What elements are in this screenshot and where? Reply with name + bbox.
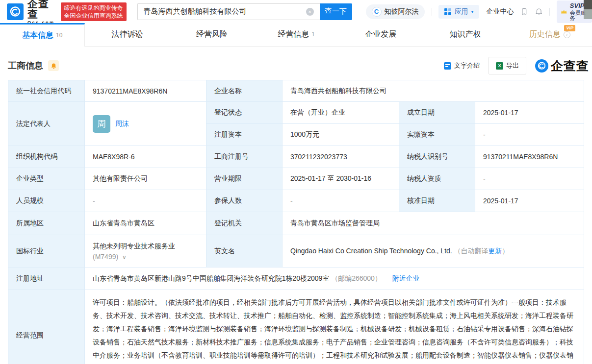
field-value: 在营（开业）企业 bbox=[283, 102, 399, 124]
crown-icon bbox=[561, 8, 567, 15]
field-label: 法定代表人 bbox=[8, 102, 85, 146]
top-right-nav: C 知彼阿尔法 应用 ▾ 企业中心 bbox=[366, 0, 592, 23]
field-label: 登记机关 bbox=[206, 212, 283, 235]
tab-company-development[interactable]: 企业发展 bbox=[338, 23, 423, 46]
avatar[interactable]: 周 bbox=[93, 115, 110, 133]
enterprise-center-link[interactable]: 企业中心 bbox=[486, 7, 514, 16]
field-value: - bbox=[85, 190, 206, 212]
excel-icon: X bbox=[496, 62, 503, 70]
apps-menu[interactable]: 应用 ▾ bbox=[438, 5, 479, 19]
industry-code: (M7499) bbox=[93, 253, 118, 261]
field-value: 2025-01-17 至 2030-01-16 bbox=[283, 168, 399, 190]
field-label: 人员规模 bbox=[8, 190, 85, 212]
info-icon[interactable]: i bbox=[564, 31, 570, 38]
field-label: 所属地区 bbox=[8, 212, 85, 235]
text-intro-button[interactable]: 文字介绍 bbox=[444, 61, 480, 70]
field-value: - bbox=[283, 190, 399, 212]
export-button[interactable]: X 导出 bbox=[489, 57, 526, 74]
search-input[interactable] bbox=[137, 3, 320, 20]
field-label: 纳税人资质 bbox=[399, 168, 475, 190]
legal-rep-cell: 周 周沫 bbox=[85, 102, 206, 146]
divider bbox=[549, 8, 550, 16]
field-label: 参保人数 bbox=[206, 190, 283, 212]
field-value: MAE8X98R-6 bbox=[85, 146, 206, 168]
mobile-app-icon[interactable] bbox=[520, 7, 528, 16]
document-icon bbox=[444, 62, 451, 70]
field-label: 成立日期 bbox=[399, 102, 475, 124]
business-info-table: 统一社会信用代码 91370211MAE8X98R6N 企业名称 青岛海西共创船… bbox=[8, 80, 584, 364]
address-value: 山东省青岛市黄岛区新港山路9号中国船舶集团海洋装备研究院1栋20楼2009室 bbox=[93, 274, 329, 282]
bell-icon bbox=[51, 63, 57, 69]
field-value: 91370211MAE8X98R6N bbox=[475, 146, 584, 168]
zhibi-alpha-link[interactable]: C 知彼阿尔法 bbox=[366, 4, 425, 19]
table-row: 企业类型 其他有限责任公司 营业期限 2025-01-17 至 2030-01-… bbox=[8, 168, 584, 190]
scrollbar bbox=[584, 0, 592, 364]
field-label: 英文名 bbox=[206, 235, 283, 267]
field-value: - bbox=[475, 168, 584, 190]
field-value: 青岛海西共创船舶科技有限公司 bbox=[283, 80, 584, 102]
table-row: 人员规模 - 参保人数 - 核准日期 2025-01-17 bbox=[8, 190, 584, 212]
english-name-value: Qingdao Haixi Co Creation Ship Technolog… bbox=[290, 247, 452, 255]
legal-rep-link[interactable]: 周沫 bbox=[115, 120, 129, 128]
company-tabs: 基本信息 10 法律诉讼 经营风险 经营信息 1 企业发展 知识产权 VIP 历… bbox=[0, 23, 592, 47]
search-box: × 查一下 bbox=[137, 3, 352, 20]
table-row: 组织机构代码 MAE8X98R-6 工商注册号 370211232023773 … bbox=[8, 146, 584, 168]
tab-legal-litigation[interactable]: 法律诉讼 bbox=[85, 23, 169, 46]
scrollbar-thumb[interactable] bbox=[584, 0, 592, 9]
tab-operation-info[interactable]: 经营信息 1 bbox=[254, 23, 338, 46]
field-value: 2025-01-17 bbox=[475, 190, 584, 212]
field-label: 企业名称 bbox=[206, 80, 283, 102]
table-row: 国标行业 其他未列明专业技术服务业 (M7499) ∨ 英文名 Qingdao … bbox=[8, 235, 584, 267]
field-label: 统一社会信用代码 bbox=[8, 80, 85, 102]
field-value: 91370211MAE8X98R6N bbox=[85, 80, 206, 102]
tab-count: 1 bbox=[311, 31, 315, 38]
logo-name: 企查查 bbox=[27, 0, 55, 19]
field-label: 营业期限 bbox=[206, 168, 283, 190]
nearby-companies-link[interactable]: 附近企业 bbox=[392, 274, 420, 282]
field-label: 注册地址 bbox=[8, 267, 85, 290]
field-label: 纳税人识别号 bbox=[399, 146, 475, 168]
qcc-logo-icon bbox=[7, 3, 24, 20]
field-label: 组织机构代码 bbox=[8, 146, 85, 168]
tab-basic-info[interactable]: 基本信息 10 bbox=[0, 23, 85, 47]
field-value: 2025-01-17 bbox=[475, 102, 584, 124]
retranslate-link[interactable]: 更新 bbox=[489, 247, 502, 255]
qcc-company-page: 企查查 Qcc.com 缔造有远见的商业传奇 全国企业信用查询系统 × 查一下 … bbox=[0, 0, 592, 364]
vip-badge: VIP bbox=[564, 25, 575, 31]
tab-count: 10 bbox=[56, 32, 62, 39]
table-row: 经营范围 许可项目：船舶设计。（依法须经批准的项目，经相关部门批准后方可开展经营… bbox=[8, 290, 584, 364]
table-row: 注册地址 山东省青岛市黄岛区新港山路9号中国船舶集团海洋装备研究院1栋20楼20… bbox=[8, 267, 584, 290]
section-title: 工商信息 bbox=[8, 60, 43, 72]
apps-grid-icon bbox=[444, 8, 451, 15]
qcc-watermark-icon bbox=[535, 59, 548, 73]
industry-value: 其他未列明专业技术服务业 bbox=[93, 242, 198, 251]
notification-bell-icon[interactable] bbox=[535, 7, 542, 16]
postcode-note: （邮编266000） bbox=[331, 274, 382, 282]
field-label: 注册资本 bbox=[206, 124, 283, 146]
zhibi-alpha-icon: C bbox=[372, 7, 382, 17]
caret-down-icon: ▾ bbox=[471, 9, 473, 14]
field-label: 企业类型 bbox=[8, 168, 85, 190]
table-row: 所属地区 山东省青岛市黄岛区 登记机关 青岛市黄岛区市场监督管理局 bbox=[8, 212, 584, 235]
field-value: 其他有限责任公司 bbox=[85, 168, 206, 190]
field-label: 核准日期 bbox=[399, 190, 475, 212]
tab-intellectual-property[interactable]: 知识产权 bbox=[423, 23, 507, 46]
top-bar: 企查查 Qcc.com 缔造有远见的商业传奇 全国企业信用查询系统 × 查一下 … bbox=[0, 0, 592, 23]
field-label: 经营范围 bbox=[8, 290, 85, 364]
logo-slogan: 缔造有远见的商业传奇 全国企业信用查询系统 bbox=[61, 2, 127, 21]
field-value: 1000万元 bbox=[283, 124, 399, 146]
business-scope-cell: 许可项目：船舶设计。（依法须经批准的项目，经相关部门批准后方可开展经营活动，具体… bbox=[85, 290, 584, 364]
table-row: 统一社会信用代码 91370211MAE8X98R6N 企业名称 青岛海西共创船… bbox=[8, 80, 584, 102]
monitor-bell-button[interactable] bbox=[48, 60, 59, 71]
tab-operation-risk[interactable]: 经营风险 bbox=[170, 23, 254, 46]
qcc-logo[interactable]: 企查查 Qcc.com 缔造有远见的商业传奇 全国企业信用查询系统 bbox=[7, 0, 127, 25]
field-value: - bbox=[475, 124, 584, 146]
section-header: 工商信息 文字介绍 X 导出 企查查 bbox=[0, 57, 592, 74]
chevron-down-icon[interactable]: ∨ bbox=[122, 254, 127, 261]
search-button[interactable]: 查一下 bbox=[320, 3, 352, 20]
english-name-cell: Qingdao Haixi Co Creation Ship Technolog… bbox=[283, 235, 584, 267]
clear-search-icon[interactable]: × bbox=[306, 8, 314, 16]
field-label: 实缴资本 bbox=[399, 124, 475, 146]
tab-history-info[interactable]: VIP 历史信息 i bbox=[508, 23, 592, 46]
field-label: 国标行业 bbox=[8, 235, 85, 267]
